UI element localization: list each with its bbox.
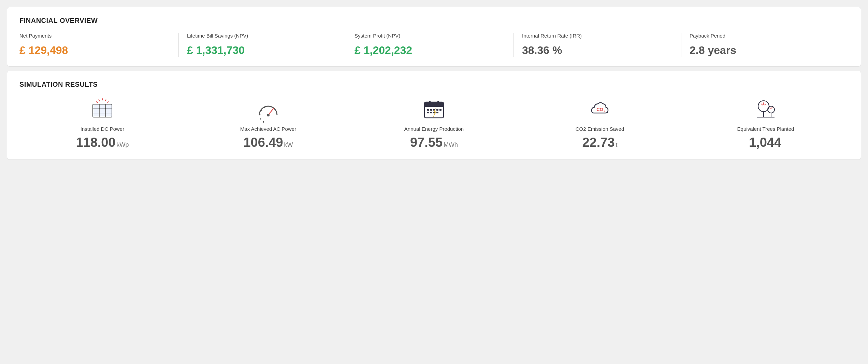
- sim-item-energy: Annual Energy Production 97.55MWh: [351, 97, 517, 150]
- fin-item-system-profit: System Profit (NPV) £ 1,202,232: [346, 33, 514, 57]
- svg-rect-13: [93, 109, 99, 113]
- fin-label-4: Payback Period: [690, 33, 725, 39]
- fin-value-1: £ 1,331,730: [187, 44, 245, 57]
- svg-line-51: [770, 108, 770, 108]
- simulation-title: SIMULATION RESULTS: [19, 81, 849, 88]
- sim-value-dc: 118.00kWp: [76, 135, 129, 150]
- solar-panel-icon: [90, 97, 115, 121]
- svg-rect-15: [106, 109, 112, 113]
- sim-item-trees: Equivalent Trees Planted 1,044: [683, 97, 849, 150]
- svg-rect-39: [436, 112, 438, 113]
- svg-line-52: [772, 108, 772, 108]
- trees-icon: [753, 97, 778, 121]
- fin-value-2: £ 1,202,232: [355, 44, 412, 57]
- svg-rect-11: [100, 104, 105, 109]
- simulation-results-card: SIMULATION RESULTS: [7, 71, 861, 160]
- simulation-grid: Installed DC Power 118.00kWp: [19, 97, 849, 150]
- fin-item-net-payments: Net Payments £ 129,498: [19, 33, 179, 57]
- sim-item-ac-power: Max Achieved AC Power 106.49kW: [185, 97, 351, 150]
- sim-value-ac: 106.49kW: [243, 135, 293, 150]
- svg-line-3: [97, 102, 98, 102]
- svg-line-19: [263, 121, 264, 123]
- svg-rect-36: [427, 112, 429, 113]
- svg-rect-28: [424, 105, 444, 107]
- sim-label-trees: Equivalent Trees Planted: [737, 126, 794, 132]
- svg-line-20: [260, 118, 262, 120]
- svg-rect-31: [427, 109, 429, 111]
- calendar-energy-icon: [422, 97, 446, 121]
- fin-label-2: System Profit (NPV): [355, 33, 400, 39]
- svg-rect-37: [430, 112, 432, 113]
- svg-rect-34: [436, 109, 438, 111]
- fin-item-lifetime-savings: Lifetime Bill Savings (NPV) £ 1,331,730: [179, 33, 346, 57]
- svg-line-49: [765, 104, 766, 105]
- svg-point-25: [267, 114, 270, 116]
- sim-label-ac: Max Achieved AC Power: [240, 126, 296, 132]
- fin-value-4: 2.8 years: [690, 44, 736, 57]
- fin-label-1: Lifetime Bill Savings (NPV): [187, 33, 248, 39]
- fin-value-3: 38.36 %: [522, 44, 562, 57]
- sim-value-co2: 22.73t: [582, 135, 617, 150]
- sim-item-co2: CO 2 CO2 Emission Saved 22.73t: [517, 97, 683, 150]
- financial-title: FINANCIAL OVERVIEW: [19, 17, 849, 25]
- svg-line-1: [105, 100, 106, 101]
- fin-label-0: Net Payments: [19, 33, 52, 39]
- co2-cloud-icon: CO 2: [588, 97, 612, 121]
- sim-label-energy: Annual Energy Production: [404, 126, 464, 132]
- svg-rect-18: [106, 113, 112, 117]
- sim-label-co2: CO2 Emission Saved: [576, 126, 624, 132]
- svg-rect-29: [429, 101, 431, 104]
- svg-line-2: [99, 100, 100, 101]
- speedometer-icon: [256, 97, 280, 121]
- sim-value-trees: 1,044: [749, 135, 782, 150]
- svg-rect-14: [100, 109, 105, 113]
- fin-label-3: Internal Return Rate (IRR): [522, 33, 582, 39]
- svg-rect-12: [106, 104, 112, 109]
- svg-text:2: 2: [604, 109, 605, 113]
- sim-item-dc-power: Installed DC Power 118.00kWp: [19, 97, 185, 150]
- fin-item-irr: Internal Return Rate (IRR) 38.36 %: [514, 33, 681, 57]
- svg-line-4: [107, 102, 108, 102]
- fin-value-0: £ 129,498: [19, 44, 68, 57]
- svg-line-48: [762, 104, 763, 105]
- financial-grid: Net Payments £ 129,498 Lifetime Bill Sav…: [19, 33, 849, 57]
- sim-value-energy: 97.55MWh: [410, 135, 458, 150]
- svg-rect-10: [93, 104, 99, 109]
- svg-rect-32: [430, 109, 432, 111]
- svg-rect-16: [93, 113, 99, 117]
- financial-overview-card: FINANCIAL OVERVIEW Net Payments £ 129,49…: [7, 7, 861, 67]
- svg-rect-35: [439, 109, 442, 111]
- svg-rect-30: [437, 101, 439, 104]
- svg-text:CO: CO: [596, 107, 603, 112]
- sim-label-dc: Installed DC Power: [81, 126, 124, 132]
- fin-item-payback: Payback Period 2.8 years: [681, 33, 849, 57]
- svg-rect-17: [100, 113, 105, 117]
